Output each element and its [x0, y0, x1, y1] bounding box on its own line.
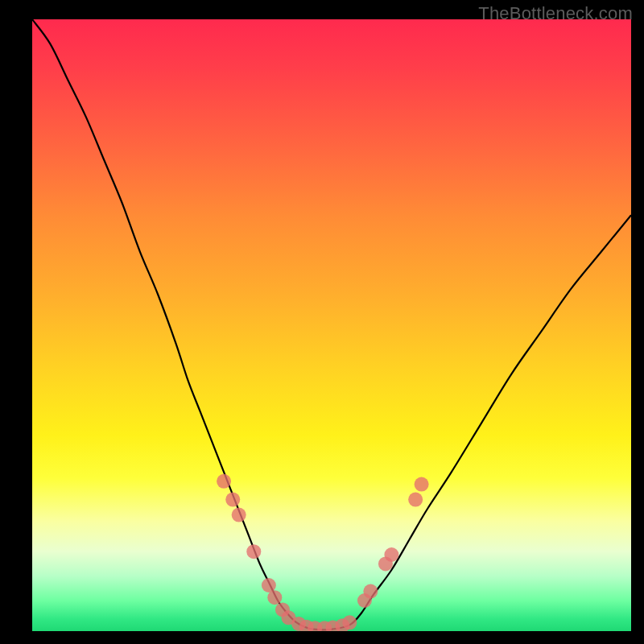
watermark-text: TheBottleneck.com: [478, 3, 633, 24]
curve-marker: [384, 547, 398, 562]
plot-area: [32, 19, 631, 631]
chart-frame: TheBottleneck.com: [0, 0, 644, 644]
curve-markers: [217, 474, 429, 631]
curve-marker: [267, 590, 282, 605]
curve-marker: [415, 477, 429, 492]
bottleneck-curve: [32, 19, 631, 630]
curve-marker: [217, 474, 231, 489]
curve-marker: [408, 493, 423, 507]
chart-svg: [32, 19, 631, 631]
curve-marker: [225, 493, 240, 507]
curve-marker: [232, 508, 246, 522]
curve-marker: [342, 615, 357, 630]
curve-marker: [363, 584, 378, 599]
curve-marker: [246, 544, 261, 559]
